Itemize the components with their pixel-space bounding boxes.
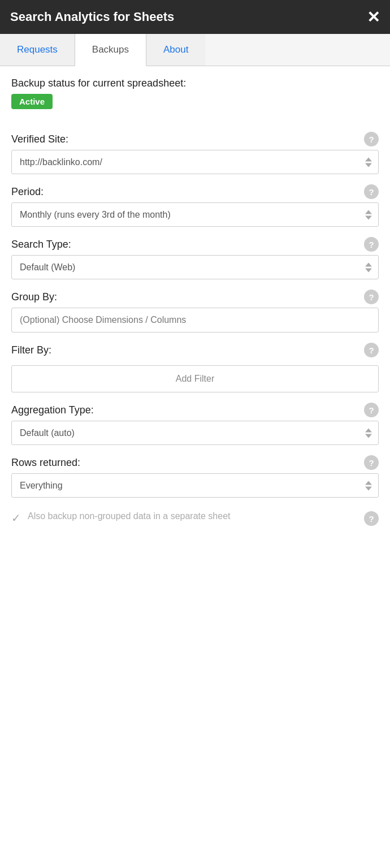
backup-checkbox-label: Also backup non-grouped data in a separa… <box>28 510 357 522</box>
backup-checkbox-row: ✓ Also backup non-grouped data in a sepa… <box>11 510 379 526</box>
app-header: Search Analytics for Sheets ✕ <box>0 0 390 34</box>
search-type-select[interactable]: Default (Web) <box>11 255 379 279</box>
main-content: Backup status for current spreadsheet: A… <box>0 66 390 537</box>
verified-site-select[interactable]: http://backlinko.com/ <box>11 150 379 174</box>
tab-requests[interactable]: Requests <box>0 34 75 66</box>
group-by-help-icon[interactable]: ? <box>364 290 379 304</box>
rows-returned-help-icon[interactable]: ? <box>364 455 379 470</box>
verified-site-label: Verified Site: <box>11 133 68 145</box>
period-label: Period: <box>11 186 44 198</box>
search-type-select-wrapper: Default (Web) <box>11 255 379 279</box>
filter-by-label: Filter By: <box>11 344 51 356</box>
rows-returned-row: Rows returned: ? <box>11 455 379 470</box>
group-by-row: Group By: ? <box>11 290 379 304</box>
rows-returned-label: Rows returned: <box>11 457 80 469</box>
search-type-row: Search Type: ? <box>11 237 379 252</box>
tab-bar: Requests Backups About <box>0 34 390 66</box>
aggregation-type-row: Aggregation Type: ? <box>11 403 379 417</box>
filter-by-help-icon[interactable]: ? <box>364 343 379 357</box>
period-help-icon[interactable]: ? <box>364 184 379 199</box>
checkbox-check-icon[interactable]: ✓ <box>11 511 21 525</box>
verified-site-select-wrapper: http://backlinko.com/ <box>11 150 379 174</box>
period-row: Period: ? <box>11 184 379 199</box>
add-filter-button[interactable]: Add Filter <box>11 365 379 392</box>
group-by-input[interactable] <box>11 308 379 332</box>
aggregation-type-label: Aggregation Type: <box>11 404 94 416</box>
aggregation-type-select[interactable]: Default (auto) <box>11 421 379 445</box>
period-select[interactable]: Monthly (runs every 3rd of the month) <box>11 202 379 227</box>
active-badge: Active <box>11 94 53 109</box>
aggregation-type-help-icon[interactable]: ? <box>364 403 379 417</box>
verified-site-help-icon[interactable]: ? <box>364 132 379 146</box>
close-button[interactable]: ✕ <box>367 8 380 27</box>
search-type-label: Search Type: <box>11 239 71 251</box>
tab-about[interactable]: About <box>146 34 205 66</box>
verified-site-row: Verified Site: ? <box>11 132 379 146</box>
search-type-help-icon[interactable]: ? <box>364 237 379 252</box>
backup-checkbox-help-icon[interactable]: ? <box>364 511 379 526</box>
tab-backups[interactable]: Backups <box>75 34 146 66</box>
rows-returned-select-wrapper: Everything <box>11 473 379 498</box>
filter-by-row: Filter By: ? <box>11 343 379 357</box>
app-title: Search Analytics for Sheets <box>10 10 174 24</box>
backup-status-label: Backup status for current spreadsheet: <box>11 77 379 89</box>
rows-returned-select[interactable]: Everything <box>11 473 379 498</box>
aggregation-type-select-wrapper: Default (auto) <box>11 421 379 445</box>
period-select-wrapper: Monthly (runs every 3rd of the month) <box>11 202 379 227</box>
group-by-label: Group By: <box>11 291 57 303</box>
